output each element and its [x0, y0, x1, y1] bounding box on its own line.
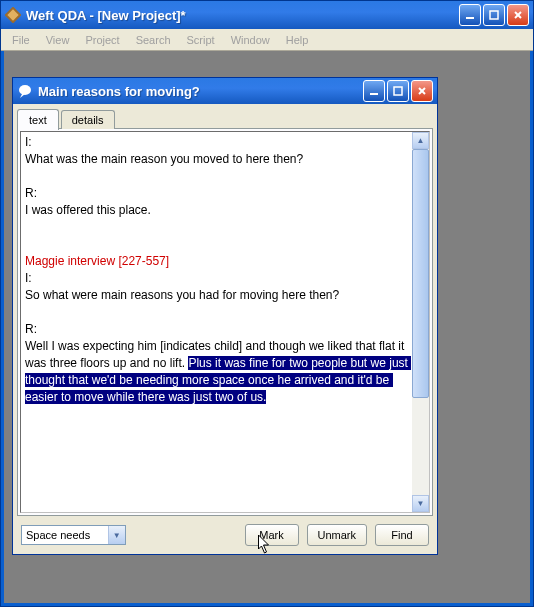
tab-details[interactable]: details: [61, 110, 115, 129]
tab-text[interactable]: text: [17, 109, 59, 130]
bottom-toolbar: Space needs ▼ Mark Unmark Find: [17, 516, 433, 550]
maximize-button[interactable]: [483, 4, 505, 26]
app-icon: [5, 7, 21, 23]
svg-rect-3: [490, 11, 498, 19]
reference-marker: Maggie interview [227-557]: [25, 254, 169, 268]
main-title: Weft QDA - [New Project]*: [26, 8, 459, 23]
speech-bubble-icon: [17, 83, 33, 99]
code-select-value: Space needs: [22, 529, 108, 541]
minimize-button[interactable]: [459, 4, 481, 26]
child-body: text details I: What was the main reason…: [13, 104, 437, 554]
unmark-button[interactable]: Unmark: [307, 524, 368, 546]
scroll-thumb[interactable]: [412, 149, 429, 398]
child-maximize-button[interactable]: [387, 80, 409, 102]
menu-window[interactable]: Window: [224, 32, 277, 48]
scroll-down-button[interactable]: ▼: [412, 495, 429, 512]
vertical-scrollbar[interactable]: ▲ ▼: [412, 132, 429, 512]
scroll-up-button[interactable]: ▲: [412, 132, 429, 149]
menu-project[interactable]: Project: [78, 32, 126, 48]
svg-point-6: [19, 85, 31, 95]
child-window: Main reasons for moving? text details I:…: [12, 77, 438, 555]
tab-panel-text: I: What was the main reason you moved to…: [17, 128, 433, 516]
mark-button[interactable]: Mark: [245, 524, 299, 546]
menu-file[interactable]: File: [5, 32, 37, 48]
scroll-track[interactable]: [412, 149, 429, 495]
menubar: File View Project Search Script Window H…: [1, 29, 533, 51]
child-titlebar[interactable]: Main reasons for moving?: [13, 78, 437, 104]
document-text[interactable]: I: What was the main reason you moved to…: [21, 132, 412, 512]
tab-strip: text details: [17, 108, 433, 129]
menu-view[interactable]: View: [39, 32, 77, 48]
svg-rect-7: [370, 93, 378, 95]
mdi-client-area: Main reasons for moving? text details I:…: [4, 51, 530, 603]
text-area[interactable]: I: What was the main reason you moved to…: [20, 131, 430, 513]
svg-rect-8: [394, 87, 402, 95]
menu-search[interactable]: Search: [129, 32, 178, 48]
chevron-down-icon[interactable]: ▼: [108, 526, 125, 544]
menu-script[interactable]: Script: [180, 32, 222, 48]
find-button[interactable]: Find: [375, 524, 429, 546]
child-minimize-button[interactable]: [363, 80, 385, 102]
code-select[interactable]: Space needs ▼: [21, 525, 126, 545]
main-titlebar[interactable]: Weft QDA - [New Project]*: [1, 1, 533, 29]
main-window: Weft QDA - [New Project]* File View Proj…: [0, 0, 534, 607]
child-title: Main reasons for moving?: [38, 84, 363, 99]
svg-rect-2: [466, 17, 474, 19]
close-button[interactable]: [507, 4, 529, 26]
child-close-button[interactable]: [411, 80, 433, 102]
menu-help[interactable]: Help: [279, 32, 316, 48]
